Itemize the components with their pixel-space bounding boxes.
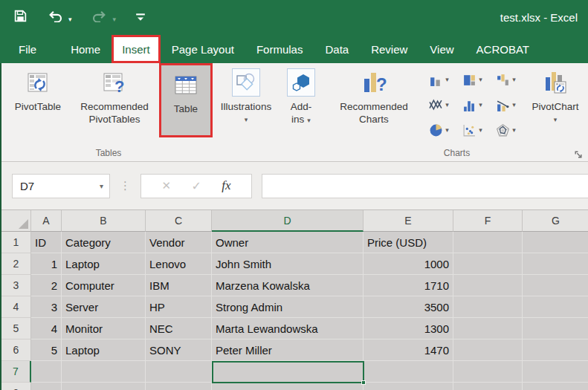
- pivottable-button[interactable]: PivotTable: [4, 63, 71, 113]
- cell-G6[interactable]: [523, 339, 588, 361]
- cell-F5[interactable]: [453, 318, 523, 339]
- table-button[interactable]: Table: [159, 63, 213, 137]
- illustrations-button[interactable]: Illustrations ▾: [216, 63, 277, 123]
- cell-E8[interactable]: [364, 383, 453, 390]
- cell-C7[interactable]: [146, 361, 212, 383]
- cell-B1[interactable]: Category: [62, 232, 146, 253]
- cell-F3[interactable]: [453, 275, 523, 296]
- insert-scatter-chart-button[interactable]: ▾: [456, 117, 489, 143]
- cell-G8[interactable]: [523, 383, 588, 390]
- cell-C1[interactable]: Vendor: [146, 232, 212, 253]
- cell-E4[interactable]: 3500: [364, 296, 453, 318]
- column-header-c[interactable]: C: [146, 210, 212, 232]
- row-header-8[interactable]: 8: [1, 383, 31, 390]
- name-box-dropdown-icon[interactable]: ▾: [100, 182, 103, 190]
- row-header-2[interactable]: 2: [1, 253, 31, 275]
- name-box[interactable]: D7 ▾: [12, 174, 110, 198]
- cell-B6[interactable]: Laptop: [62, 339, 146, 361]
- insert-line-chart-button[interactable]: ▾: [422, 92, 456, 117]
- cell-G4[interactable]: [523, 296, 588, 318]
- cell-D3[interactable]: Marzena Kowalska: [212, 275, 364, 296]
- recommended-charts-button[interactable]: ? Recommended Charts: [326, 63, 422, 126]
- addins-button[interactable]: Add-ins▾: [280, 63, 323, 127]
- cancel-icon[interactable]: ✕: [161, 179, 171, 192]
- tab-insert[interactable]: Insert: [112, 35, 161, 63]
- cell-A3[interactable]: 2: [31, 275, 62, 296]
- cell-C5[interactable]: NEC: [146, 318, 212, 339]
- insert-combo-chart-button[interactable]: ▾: [489, 92, 523, 117]
- tab-acrobat[interactable]: ACROBAT: [465, 35, 540, 63]
- column-header-d[interactable]: D: [212, 210, 364, 232]
- cell-E5[interactable]: 1300: [364, 318, 453, 339]
- enter-icon[interactable]: ✓: [191, 179, 201, 193]
- row-header-4[interactable]: 4: [1, 296, 31, 318]
- cell-A4[interactable]: 3: [31, 296, 62, 318]
- cell-G2[interactable]: [523, 253, 588, 275]
- cell-E2[interactable]: 1000: [364, 253, 453, 275]
- row-header-7[interactable]: 7: [1, 361, 31, 383]
- cell-D8[interactable]: [212, 383, 364, 390]
- cell-D6[interactable]: Peter Miller: [212, 339, 364, 361]
- cell-A2[interactable]: 1: [31, 253, 62, 275]
- cell-A5[interactable]: 4: [31, 318, 62, 339]
- column-header-g[interactable]: G: [523, 210, 588, 232]
- cell-C8[interactable]: [146, 383, 212, 390]
- cell-A6[interactable]: 5: [31, 339, 62, 361]
- cell-D4[interactable]: Strong Admin: [212, 296, 364, 318]
- cell-E6[interactable]: 1470: [364, 339, 453, 361]
- cell-F7[interactable]: [453, 361, 523, 383]
- row-header-1[interactable]: 1: [1, 232, 31, 253]
- cell-C3[interactable]: IBM: [146, 275, 212, 296]
- cell-F4[interactable]: [453, 296, 523, 318]
- formula-input[interactable]: [262, 174, 588, 198]
- select-all-corner[interactable]: [1, 210, 31, 232]
- cell-B7[interactable]: [62, 361, 146, 383]
- insert-column-chart-button[interactable]: ▾: [422, 67, 456, 92]
- tab-formulas[interactable]: Formulas: [245, 35, 314, 63]
- insert-radar-chart-button[interactable]: ▾: [489, 117, 523, 143]
- cell-B3[interactable]: Computer: [62, 275, 146, 296]
- cell-D2[interactable]: John Smith: [212, 253, 364, 275]
- tab-file[interactable]: File: [7, 35, 48, 63]
- insert-statistic-chart-button[interactable]: ▾: [456, 92, 489, 117]
- cell-C6[interactable]: SONY: [146, 339, 212, 361]
- tab-view[interactable]: View: [419, 35, 465, 63]
- recommended-pivottables-button[interactable]: ? Recommended PivotTables: [71, 63, 158, 126]
- tab-page-layout[interactable]: Page Layout: [161, 35, 245, 63]
- cell-B5[interactable]: Monitor: [62, 318, 146, 339]
- cell-F8[interactable]: [453, 383, 523, 390]
- cell-F2[interactable]: [453, 253, 523, 275]
- column-header-b[interactable]: B: [62, 210, 146, 232]
- row-header-5[interactable]: 5: [1, 318, 31, 339]
- insert-waterfall-chart-button[interactable]: ▾: [489, 67, 523, 92]
- redo-icon[interactable]: [91, 10, 108, 25]
- insert-hierarchy-chart-button[interactable]: ▾: [456, 67, 489, 92]
- column-header-e[interactable]: E: [364, 210, 453, 232]
- formula-bar-splitter[interactable]: ⋮: [120, 179, 131, 192]
- cell-B8[interactable]: [62, 383, 146, 390]
- tab-review[interactable]: Review: [360, 35, 419, 63]
- cell-C2[interactable]: Lenovo: [146, 253, 212, 275]
- cell-C4[interactable]: HP: [146, 296, 212, 318]
- save-icon[interactable]: [13, 9, 28, 26]
- cell-G7[interactable]: [523, 361, 588, 383]
- cell-A8[interactable]: [31, 383, 62, 390]
- undo-icon[interactable]: [47, 10, 63, 25]
- cell-A7[interactable]: [31, 361, 62, 383]
- cell-G1[interactable]: [523, 232, 588, 253]
- cell-A1[interactable]: ID: [31, 232, 62, 253]
- cell-G5[interactable]: [523, 318, 588, 339]
- cell-D1[interactable]: Owner: [212, 232, 364, 253]
- insert-function-icon[interactable]: fx: [222, 178, 230, 193]
- cell-F1[interactable]: [453, 232, 523, 253]
- cell-E1[interactable]: Price (USD): [364, 232, 453, 253]
- cell-F6[interactable]: [453, 339, 523, 361]
- tab-data[interactable]: Data: [314, 35, 360, 63]
- cell-E7[interactable]: [364, 361, 453, 383]
- undo-dropdown-icon[interactable]: ▾: [68, 16, 72, 23]
- row-header-6[interactable]: 6: [1, 339, 31, 361]
- cell-D5[interactable]: Marta Lewandowska: [212, 318, 364, 339]
- cell-B2[interactable]: Laptop: [62, 253, 146, 275]
- active-cell-selection[interactable]: [212, 361, 364, 383]
- row-header-3[interactable]: 3: [1, 275, 31, 296]
